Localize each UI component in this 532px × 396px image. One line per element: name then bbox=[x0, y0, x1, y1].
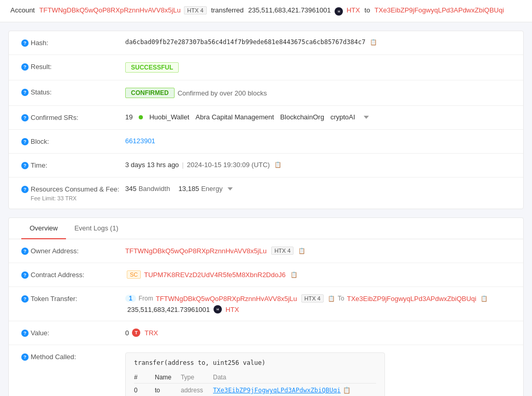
hash-q-icon: ? bbox=[21, 39, 29, 47]
transfer-amount-value: 235,511,683,421.73961001 bbox=[127, 306, 210, 313]
value-label: Value: bbox=[31, 329, 49, 337]
time-ago: 3 days 13 hrs ago bbox=[125, 161, 179, 169]
token-link[interactable]: HTX bbox=[347, 6, 360, 14]
value-label-col: ? Value: bbox=[21, 329, 125, 337]
hash-copy-icon[interactable]: 📋 bbox=[370, 39, 377, 46]
contract-address-value-col: SC TUPM7K8REVzD2UdV4R5fe5M8XbnR2DdoJ6 📋 bbox=[125, 270, 511, 279]
transferred-label: transferred bbox=[211, 6, 244, 14]
resources-label-col: ? Resources Consumed & Fee: Fee Limit: 3… bbox=[21, 185, 125, 201]
hash-label-col: ? Hash: bbox=[21, 38, 125, 47]
confirmed-text: Confirmed by over 200 blocks bbox=[178, 89, 267, 97]
confirmed-srs-q-icon: ? bbox=[21, 114, 29, 121]
time-q-icon: ? bbox=[21, 162, 29, 169]
resources-value-col: 345 Bandwidth 13,185 Energy bbox=[125, 185, 511, 193]
status-value-col: CONFIRMED Confirmed by over 200 blocks bbox=[125, 88, 511, 98]
trx-icon: T bbox=[132, 329, 140, 337]
contract-copy-icon[interactable]: 📋 bbox=[290, 271, 298, 278]
from-copy-icon[interactable]: 📋 bbox=[328, 295, 335, 302]
to-copy-icon[interactable]: 📋 bbox=[481, 295, 488, 302]
sr-item-3: BlockchainOrg bbox=[280, 113, 324, 121]
contract-address-row: ? Contract Address: SC TUPM7K8REVzD2UdV4… bbox=[9, 263, 523, 287]
result-badge: SUCCESSFUL bbox=[125, 62, 179, 73]
block-value[interactable]: 66123901 bbox=[125, 137, 155, 145]
method-box: transfer(address to, uint256 value) # Na… bbox=[125, 352, 385, 396]
time-copy-icon[interactable]: 📋 bbox=[274, 161, 282, 168]
hash-value: da6cbad09fb27e287307ba56c4d14f7b99ede681… bbox=[125, 38, 365, 46]
token-transfer-q-icon: ? bbox=[21, 295, 29, 303]
param-type: address bbox=[181, 384, 213, 397]
account-link[interactable]: TFTWNgDBkQ5wQoP8RXpRznnHvAVV8x5jLu bbox=[39, 6, 181, 14]
tab-overview[interactable]: Overview bbox=[21, 218, 66, 239]
owner-address-row: ? Owner Address: TFTWNgDBkQ5wQoP8RXpRznn… bbox=[9, 239, 523, 263]
resources-list: 345 Bandwidth 13,185 Energy bbox=[125, 185, 233, 193]
value-q-icon: ? bbox=[21, 330, 29, 337]
result-value-col: SUCCESSFUL bbox=[125, 62, 511, 73]
value-token: TRX bbox=[144, 329, 158, 337]
contract-address-label-col: ? Contract Address: bbox=[21, 270, 125, 279]
sr-expand-icon[interactable] bbox=[364, 116, 369, 119]
status-row: ? Status: CONFIRMED Confirmed by over 20… bbox=[9, 80, 523, 106]
block-label: Block: bbox=[31, 138, 49, 145]
transfer-token-link[interactable]: HTX bbox=[225, 306, 239, 313]
destination-link[interactable]: TXe3EibZP9jFogwyqLPd3APdwxZbiQBUqi bbox=[375, 6, 504, 14]
param-data-link[interactable]: TXe3EibZP9jFogwyqLPd3APdwxZbiQBUqi bbox=[213, 387, 341, 394]
owner-address-link[interactable]: TFTWNgDBkQ5wQoP8RXpRznnHvAVV8x5jLu bbox=[125, 247, 267, 255]
owner-q-icon: ? bbox=[21, 248, 29, 255]
from-label: From bbox=[139, 295, 153, 302]
table-row: 0toaddressTXe3EibZP9jFogwyqLPd3APdwxZbiQ… bbox=[134, 384, 376, 397]
param-copy-icon[interactable]: 📋 bbox=[343, 387, 351, 394]
result-label-col: ? Result: bbox=[21, 62, 125, 71]
token-transfer-label: Token Transfer: bbox=[31, 295, 77, 303]
resources-row: ? Resources Consumed & Fee: Fee Limit: 3… bbox=[9, 177, 523, 209]
contract-address-link[interactable]: TUPM7K8REVzD2UdV4R5fe5M8XbnR2DdoJ6 bbox=[144, 271, 285, 279]
to-label: to bbox=[365, 6, 370, 14]
block-value-col: 66123901 bbox=[125, 137, 511, 145]
block-q-icon: ? bbox=[21, 138, 29, 145]
energy-item: 13,185 Energy bbox=[178, 185, 233, 193]
tabs-bar: Overview Event Logs (1) bbox=[8, 217, 524, 239]
main-detail-card: ? Hash: da6cbad09fb27e287307ba56c4d14f7b… bbox=[8, 31, 524, 209]
method-value-col: transfer(address to, uint256 value) # Na… bbox=[125, 352, 511, 396]
htx-transfer-logo: H bbox=[214, 305, 222, 313]
token-transfer-label-col: ? Token Transfer: bbox=[21, 294, 125, 303]
time-value-col: 3 days 13 hrs ago | 2024-10-15 19:30:09 … bbox=[125, 161, 511, 169]
owner-address-label-col: ? Owner Address: bbox=[21, 247, 125, 255]
top-bar: Account TFTWNgDBkQ5wQoP8RXpRznnHvAVV8x5j… bbox=[0, 0, 532, 22]
resources-label: Resources Consumed & Fee: bbox=[31, 185, 119, 193]
col-type-header: Type bbox=[181, 372, 213, 384]
owner-address-value-col: TFTWNgDBkQ5wQoP8RXpRznnHvAVV8x5jLu HTX 4… bbox=[125, 247, 511, 255]
param-name: to bbox=[155, 384, 181, 397]
sr-count: 19 bbox=[125, 113, 132, 121]
resources-q-icon: ? bbox=[21, 186, 29, 193]
overview-card: ? Owner Address: TFTWNgDBkQ5wQoP8RXpRznn… bbox=[8, 239, 524, 396]
account-prefix: Account bbox=[10, 6, 35, 14]
to-label: To bbox=[338, 295, 344, 302]
method-label: Method Called: bbox=[31, 353, 76, 361]
token-transfer-value-col: 1 From TFTWNgDBkQ5wQoP8RXpRznnHvAVV8x5jL… bbox=[125, 294, 511, 313]
bandwidth-item: 345 Bandwidth bbox=[125, 185, 170, 193]
resources-expand-icon[interactable] bbox=[228, 187, 233, 190]
method-label-col: ? Method Called: bbox=[21, 352, 125, 361]
sr-list: 19 Huobi_Wallet Abra Capital Management … bbox=[125, 113, 369, 121]
value-row: ? Value: 0 T TRX bbox=[9, 321, 523, 345]
value-amount: 0 bbox=[125, 329, 129, 337]
status-badge: CONFIRMED bbox=[125, 88, 175, 98]
method-q-icon: ? bbox=[21, 353, 29, 361]
param-index: 0 bbox=[134, 384, 155, 397]
tab-event-logs[interactable]: Event Logs (1) bbox=[66, 218, 127, 239]
owner-copy-icon[interactable]: 📋 bbox=[298, 248, 305, 254]
block-row: ? Block: 66123901 bbox=[9, 130, 523, 154]
time-label-col: ? Time: bbox=[21, 161, 125, 169]
token-transfer-content: 1 From TFTWNgDBkQ5wQoP8RXpRznnHvAVV8x5jL… bbox=[125, 294, 511, 313]
status-label-col: ? Status: bbox=[21, 88, 125, 96]
result-q-icon: ? bbox=[21, 63, 29, 71]
owner-htx-badge: HTX 4 bbox=[271, 247, 294, 255]
time-label: Time: bbox=[31, 161, 47, 169]
status-label: Status: bbox=[31, 88, 51, 96]
method-signature: transfer(address to, uint256 value) bbox=[134, 359, 376, 366]
from-address-link[interactable]: TFTWNgDBkQ5wQoP8RXpRznnHvAVV8x5jLu bbox=[156, 295, 297, 303]
result-label: Result: bbox=[31, 63, 51, 71]
method-params-table: # Name Type Data 0toaddressTXe3EibZP9jFo… bbox=[134, 372, 376, 396]
to-address-link[interactable]: TXe3EibZP9jFogwyqLPd3APdwxZbiQBUqi bbox=[347, 295, 476, 303]
contract-q-icon: ? bbox=[21, 271, 29, 279]
